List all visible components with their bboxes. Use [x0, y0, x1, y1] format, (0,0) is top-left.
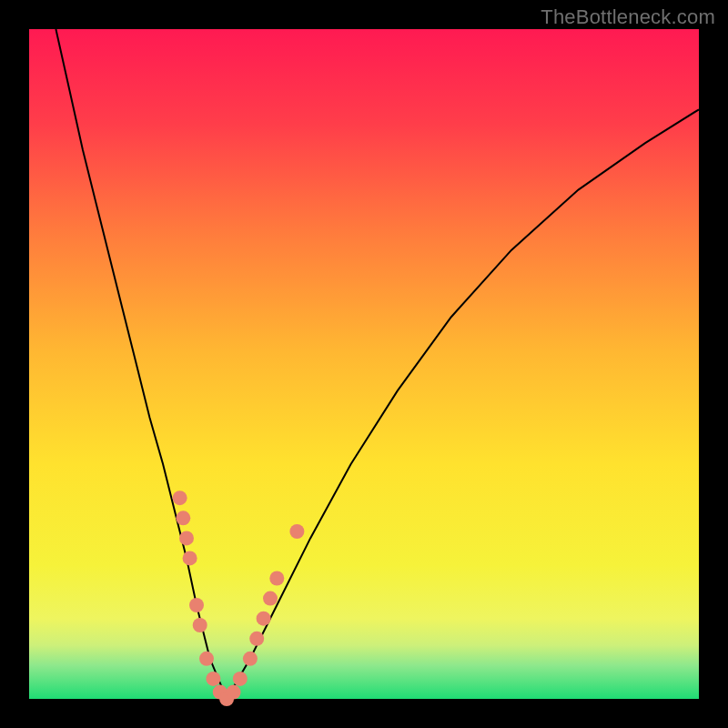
data-marker — [269, 571, 284, 586]
data-marker — [233, 672, 248, 686]
data-marker — [227, 685, 241, 700]
data-marker — [243, 652, 258, 666]
data-marker — [199, 652, 214, 666]
bottleneck-curve — [56, 29, 699, 699]
data-marker — [189, 598, 204, 612]
data-marker — [257, 612, 271, 626]
data-marker — [193, 618, 207, 632]
data-marker — [183, 551, 197, 565]
data-marker — [289, 524, 304, 539]
data-marker — [173, 490, 187, 505]
chart-frame: TheBottleneck.com — [0, 0, 728, 728]
data-marker — [249, 632, 264, 646]
marker-group — [173, 490, 305, 706]
chart-svg — [29, 29, 699, 699]
data-marker — [263, 592, 278, 606]
data-marker — [179, 531, 194, 545]
watermark-text: TheBottleneck.com — [541, 5, 715, 29]
data-marker — [206, 672, 220, 686]
data-marker — [176, 511, 190, 525]
